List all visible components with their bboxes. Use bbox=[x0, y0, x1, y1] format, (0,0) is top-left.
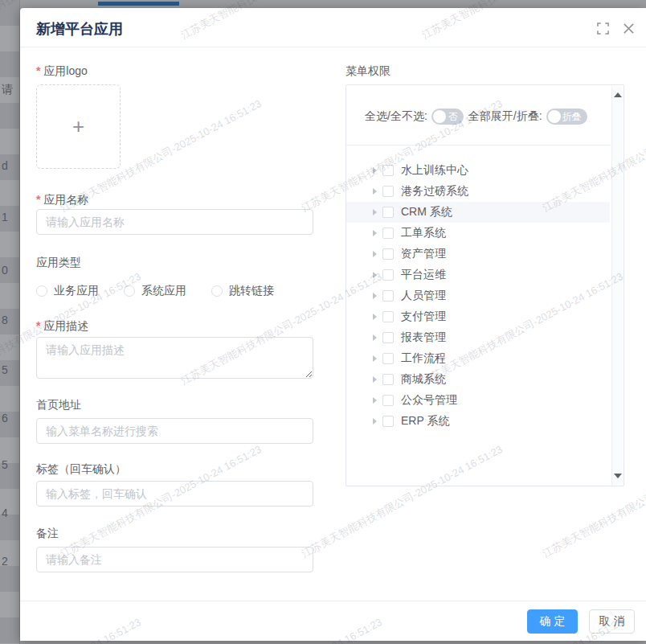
logo-label: 应用logo bbox=[36, 64, 88, 79]
tree-scrollbar[interactable] bbox=[611, 86, 623, 485]
logo-upload-box[interactable]: + bbox=[36, 84, 121, 169]
tree-row[interactable]: 工单系统 bbox=[346, 223, 610, 244]
tags-input[interactable] bbox=[36, 481, 313, 507]
radio-circle-icon bbox=[211, 285, 223, 297]
tree-label: 报表管理 bbox=[401, 330, 446, 345]
name-label: 应用名称 bbox=[36, 193, 88, 207]
tree-row[interactable]: ERP 系统 bbox=[346, 411, 610, 432]
tree-checkbox[interactable] bbox=[382, 186, 394, 197]
tree-label: 资产管理 bbox=[401, 247, 446, 261]
tree-row[interactable]: 工作流程 bbox=[346, 348, 610, 369]
tree-checkbox[interactable] bbox=[382, 374, 394, 385]
expand-caret-icon[interactable] bbox=[373, 251, 377, 257]
background-text-fragment: 0 bbox=[2, 264, 8, 277]
tree-row[interactable]: CRM 系统 bbox=[346, 202, 610, 223]
tree-label: 港务过磅系统 bbox=[401, 184, 468, 199]
tree-rows: 水上训练中心 港务过磅系统 CRM 系统 工单系统 资产管理 bbox=[346, 160, 610, 432]
background-text-fragment: 5 bbox=[2, 458, 8, 471]
tree-label: ERP 系统 bbox=[401, 414, 449, 429]
radio-jump-link[interactable]: 跳转链接 bbox=[211, 284, 274, 298]
tree-row[interactable]: 人员管理 bbox=[346, 285, 610, 306]
remark-input[interactable] bbox=[36, 547, 313, 572]
expand-caret-icon[interactable] bbox=[373, 209, 377, 215]
scroll-up-icon[interactable] bbox=[614, 92, 622, 97]
app-type-radio-group: 业务应用 系统应用 跳转链接 bbox=[36, 284, 299, 298]
tree-checkbox[interactable] bbox=[382, 311, 394, 322]
expand-caret-icon[interactable] bbox=[373, 272, 377, 278]
plus-icon: + bbox=[72, 114, 84, 139]
tree-checkbox[interactable] bbox=[382, 248, 394, 260]
background-text-fragment: 2 bbox=[2, 555, 8, 568]
expand-caret-icon[interactable] bbox=[373, 334, 377, 341]
fullscreen-icon[interactable] bbox=[597, 23, 609, 35]
homepage-input[interactable] bbox=[36, 418, 313, 444]
tree-checkbox[interactable] bbox=[382, 332, 394, 343]
close-icon[interactable] bbox=[623, 23, 635, 35]
expand-caret-icon[interactable] bbox=[373, 293, 377, 299]
radio-circle-icon bbox=[36, 285, 47, 297]
background-text-fragment: 4 bbox=[2, 507, 8, 519]
tree-checkbox[interactable] bbox=[382, 290, 394, 301]
radio-business-app[interactable]: 业务应用 bbox=[36, 284, 99, 298]
expand-caret-icon[interactable] bbox=[373, 230, 377, 236]
expand-caret-icon[interactable] bbox=[373, 167, 377, 174]
background-text-fragment: 6 bbox=[2, 412, 8, 425]
tree-checkbox[interactable] bbox=[382, 416, 394, 427]
background-text-fragment: d bbox=[2, 159, 8, 172]
expand-caret-icon[interactable] bbox=[373, 397, 377, 404]
tree-row[interactable]: 公众号管理 bbox=[346, 390, 610, 411]
tree-checkbox[interactable] bbox=[382, 269, 394, 281]
menu-permissions-tree-box: 全选/全不选: 否 全部展开/折叠: 折叠 水上训练中心 港务过磅系统 bbox=[345, 84, 624, 486]
expand-caret-icon[interactable] bbox=[373, 188, 377, 195]
expand-caret-icon[interactable] bbox=[373, 376, 377, 383]
tree-row[interactable]: 水上训练中心 bbox=[346, 160, 610, 181]
tree-label: 水上训练中心 bbox=[401, 163, 468, 178]
dialog-footer: 确 定 取 消 bbox=[20, 601, 646, 641]
homepage-label: 首页地址 bbox=[36, 398, 81, 412]
background-text-fragment: 1 bbox=[2, 211, 8, 224]
tree-label: 工单系统 bbox=[401, 226, 446, 240]
tree-checkbox[interactable] bbox=[382, 228, 394, 239]
tree-label: 平台运维 bbox=[401, 268, 446, 282]
tree-row[interactable]: 资产管理 bbox=[346, 244, 610, 265]
tree-checkbox[interactable] bbox=[382, 353, 394, 364]
tree-label: CRM 系统 bbox=[401, 205, 452, 219]
cancel-button[interactable]: 取 消 bbox=[589, 609, 635, 634]
confirm-button[interactable]: 确 定 bbox=[527, 609, 578, 634]
select-all-toggle[interactable]: 否 bbox=[431, 109, 464, 125]
description-label: 应用描述 bbox=[36, 319, 88, 334]
expand-collapse-label: 全部展开/折叠: bbox=[468, 109, 542, 124]
add-platform-app-dialog: 新增平台应用 应用logo + 应用名称 应用类型 业务应用 系统应用 跳转链接 bbox=[20, 8, 646, 641]
tree-row[interactable]: 平台运维 bbox=[346, 265, 610, 285]
radio-circle-icon bbox=[124, 285, 135, 297]
tree-row[interactable]: 支付管理 bbox=[346, 306, 610, 327]
name-input[interactable] bbox=[36, 209, 313, 235]
toggle-knob bbox=[548, 110, 561, 123]
radio-system-app[interactable]: 系统应用 bbox=[124, 284, 186, 298]
toggle-knob bbox=[433, 110, 446, 123]
expand-collapse-toggle[interactable]: 折叠 bbox=[546, 109, 587, 125]
tree-row[interactable]: 报表管理 bbox=[346, 327, 610, 348]
dialog-header: 新增平台应用 bbox=[20, 8, 646, 47]
tree-checkbox[interactable] bbox=[382, 395, 394, 406]
tree-checkbox[interactable] bbox=[382, 207, 394, 218]
expand-caret-icon[interactable] bbox=[373, 355, 377, 362]
background-text-fragment: 5 bbox=[2, 363, 8, 376]
tree-row[interactable]: 商城系统 bbox=[346, 369, 610, 390]
tree-label: 工作流程 bbox=[401, 351, 446, 366]
description-textarea[interactable] bbox=[36, 337, 313, 379]
tree-divider bbox=[346, 145, 611, 146]
tree-row[interactable]: 港务过磅系统 bbox=[346, 181, 610, 202]
background-tab-indicator bbox=[98, 2, 179, 6]
type-label: 应用类型 bbox=[36, 256, 81, 270]
tree-label: 公众号管理 bbox=[401, 393, 457, 408]
menu-permissions-label: 菜单权限 bbox=[345, 64, 390, 79]
expand-caret-icon[interactable] bbox=[373, 418, 377, 425]
scroll-down-icon[interactable] bbox=[614, 474, 622, 478]
background-text-fragment: 8 bbox=[2, 314, 8, 326]
tree-checkbox[interactable] bbox=[382, 165, 394, 176]
dialog-title: 新增平台应用 bbox=[36, 19, 123, 39]
tree-label: 商城系统 bbox=[401, 372, 446, 387]
expand-caret-icon[interactable] bbox=[373, 314, 377, 320]
tree-toggle-row: 全选/全不选: 否 全部展开/折叠: 折叠 bbox=[365, 108, 592, 125]
